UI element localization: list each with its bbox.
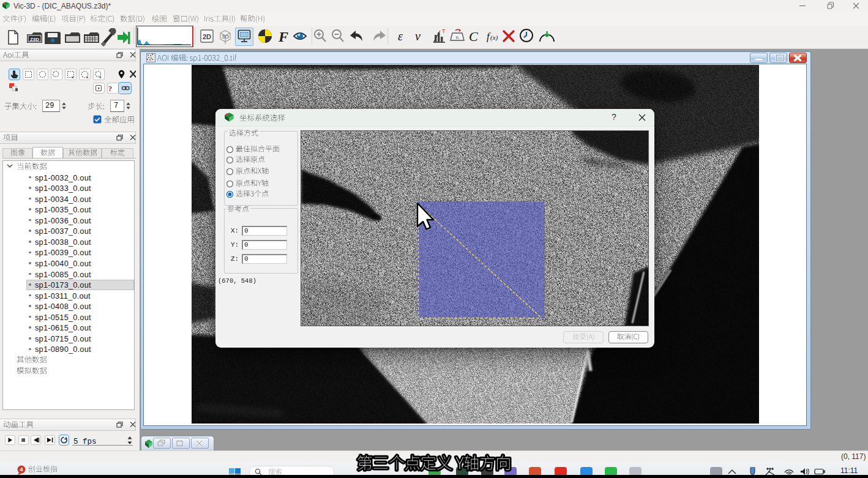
svg-text:F: F — [278, 29, 288, 45]
svg-text:ε: ε — [398, 29, 403, 43]
svg-text:C: C — [469, 29, 478, 44]
svg-text:ν: ν — [415, 29, 421, 43]
svg-text:2D: 2D — [203, 33, 211, 40]
svg-text:h: h — [456, 35, 458, 40]
svg-text:x: x — [86, 75, 89, 79]
svg-text:4: 4 — [20, 466, 23, 472]
svg-text:(x): (x) — [490, 34, 498, 42]
svg-text:3D: 3D — [222, 33, 229, 40]
svg-text:?: ? — [108, 84, 113, 93]
svg-text:T: T — [442, 28, 446, 34]
svg-text:x: x — [99, 75, 102, 79]
svg-text:Z3D: Z3D — [30, 37, 39, 42]
